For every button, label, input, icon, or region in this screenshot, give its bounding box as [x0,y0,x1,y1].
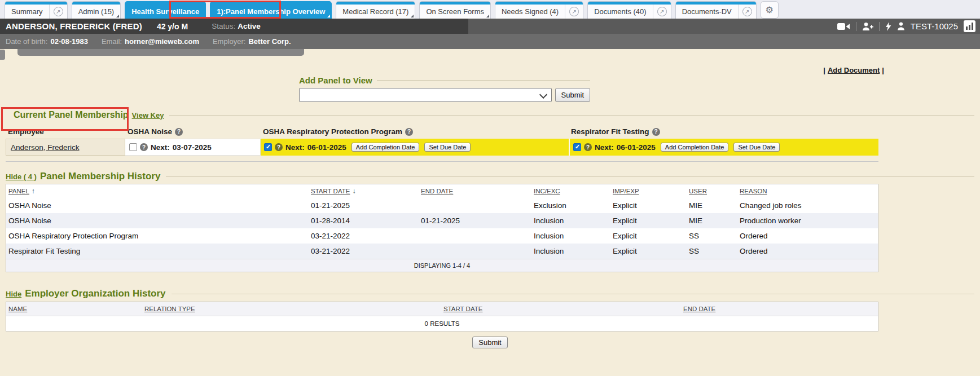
current-panel-table-header: Employee OSHA Noise? OSHA Respiratory Pr… [6,125,878,139]
cell-inc-exc: Inclusion [531,244,610,259]
tab-settings[interactable]: ⚙ [761,1,779,19]
employer-history-hide-link[interactable]: Hide [6,290,21,298]
current-panel-heading: Current Panel Membership [14,110,129,120]
sort-inc-exc[interactable]: INC/EXC [534,188,560,194]
tab-medical-record[interactable]: Medical Record (17) [336,1,415,19]
employer-history-heading: Employer Organization History [25,288,165,299]
respirator-fit-checkbox[interactable] [573,143,581,151]
add-document-row: |Add Document| [0,66,980,74]
add-panel-submit-button[interactable]: Submit [555,88,590,102]
table-row: OSHA Noise 01-28-2014 01-21-2025 Inclusi… [6,213,878,228]
column-osha-respiratory: OSHA Respiratory Protection Program? [261,125,569,139]
tab-needs-signed-label[interactable]: Needs Signed (4) [495,2,565,19]
user-icon[interactable] [897,22,905,30]
sort-desc-icon[interactable]: ↓ [352,187,355,195]
side-panel-handle[interactable] [0,50,5,60]
add-completion-date-button[interactable]: Add Completion Date [661,143,729,152]
osha-noise-checkbox[interactable] [129,143,137,151]
patient-name: ANDERSON, FREDERICK (FRED) [6,21,142,31]
tab-health-surveillance-label[interactable]: Health Surveillance [125,2,205,19]
pipe: | [823,66,825,74]
employer-value: Better Corp. [248,37,291,46]
help-icon[interactable]: ? [175,128,183,136]
tab-on-screen-forms[interactable]: On Screen Forms [419,1,491,19]
divider [856,22,856,31]
employer-history-header-row: Hide Employer Organization History [6,288,974,299]
current-panel-table: Employee OSHA Noise? OSHA Respiratory Pr… [6,125,878,156]
tab-panel-membership-overview-label[interactable]: 1):Panel Membership Overview [210,2,331,19]
fieldset-line [172,294,974,294]
tab-medical-record-label[interactable]: Medical Record (17) [336,2,415,19]
employee-link[interactable]: Anderson, Frederick [11,143,80,152]
add-document-link[interactable]: Add Document [828,66,880,74]
tab-summary-label[interactable]: Summary [5,2,49,19]
sort-end-date[interactable]: END DATE [683,306,715,312]
tab-documents-popout[interactable]: ↗ [653,2,671,19]
osha-noise-cell: ? Next: 03-07-2025 [125,139,261,156]
tab-documents-dv-label[interactable]: Documents-DV [676,2,738,19]
help-icon[interactable]: ? [652,128,660,136]
tab-admin[interactable]: Admin (15) [72,1,121,19]
panel-select[interactable] [299,88,552,102]
tab-documents-dv[interactable]: Documents-DV ↗ [675,1,757,19]
video-call-icon[interactable] [837,23,850,30]
tab-panel-membership-overview[interactable]: 1):Panel Membership Overview [210,1,332,19]
sort-name[interactable]: NAME [8,306,27,312]
sort-start-date[interactable]: START DATE [443,306,482,312]
tab-needs-signed[interactable]: Needs Signed (4) ↗ [495,1,583,19]
column-osha-noise: OSHA Noise? [125,125,261,139]
employee-cell: Anderson, Frederick [6,139,125,156]
employer-label: Employer: [213,37,246,46]
flowsheet-chart-icon[interactable] [964,20,975,32]
current-panel-row: Anderson, Frederick ? Next: 03-07-2025 ?… [6,139,878,156]
fieldset-line [166,176,974,177]
paging-status: DISPLAYING 1-4 / 4 [6,259,878,272]
tab-needs-signed-popout[interactable]: ↗ [565,2,583,19]
quick-action-icon[interactable] [885,22,891,31]
column-respirator-fit: Respirator Fit Testing? [569,125,878,139]
sort-relation-type[interactable]: RELATION TYPE [144,306,195,312]
sort-start-date[interactable]: START DATE [311,188,350,194]
set-due-date-button[interactable]: Set Due Date [424,143,471,152]
tab-health-surveillance[interactable]: Health Surveillance [125,1,206,19]
bottom-submit-button[interactable]: Submit [472,337,507,348]
sort-end-date[interactable]: END DATE [421,188,453,194]
table-row: Respirator Fit Testing 03-21-2022 Inclus… [6,244,878,259]
membership-history-hide-link[interactable]: Hide ( 4 ) [6,172,37,181]
tab-documents-label[interactable]: Documents (40) [588,2,652,19]
tab-on-screen-forms-label[interactable]: On Screen Forms [420,2,490,19]
view-key-link[interactable]: View Key [132,111,164,120]
sort-asc-icon[interactable]: ↑ [32,187,35,195]
cell-end-date [419,202,531,209]
sort-user[interactable]: USER [689,188,707,194]
cell-panel: Respirator Fit Testing [6,244,309,259]
osha-respiratory-checkbox[interactable] [264,143,272,151]
add-person-icon[interactable] [862,22,873,31]
cell-end-date [419,233,531,240]
membership-history-table: PANEL↑ START DATE↓ END DATE INC/EXC IMP/… [6,184,878,272]
add-completion-date-button[interactable]: Add Completion Date [351,143,420,152]
tab-bar: Summary ↗ Admin (15) Health Surveillance… [0,0,980,19]
next-date: 06-01-2025 [617,143,656,152]
cell-start-date: 03-21-2022 [309,244,419,259]
set-due-date-button[interactable]: Set Due Date [733,143,780,152]
help-icon[interactable]: ? [584,143,592,151]
tab-summary[interactable]: Summary ↗ [5,1,68,19]
open-new-window-icon: ↗ [569,7,579,16]
help-icon[interactable]: ? [140,143,148,151]
sort-panel[interactable]: PANEL [8,188,29,194]
osha-respiratory-cell: ? Next: 06-01-2025 Add Completion Date S… [261,139,569,156]
column-employee: Employee [6,125,125,139]
status-value: Active [238,22,261,30]
tab-documents-dv-popout[interactable]: ↗ [738,2,756,19]
open-new-window-icon: ↗ [742,7,752,16]
tab-admin-label[interactable]: Admin (15) [72,2,121,19]
help-icon[interactable]: ? [275,143,283,151]
next-date: 03-07-2025 [173,143,212,152]
tab-summary-popout[interactable]: ↗ [49,2,67,19]
tab-documents[interactable]: Documents (40) ↗ [587,1,671,19]
sort-imp-exp[interactable]: IMP/EXP [613,188,639,194]
email-label: Email: [102,37,122,46]
sort-reason[interactable]: REASON [740,188,767,194]
help-icon[interactable]: ? [405,128,413,136]
